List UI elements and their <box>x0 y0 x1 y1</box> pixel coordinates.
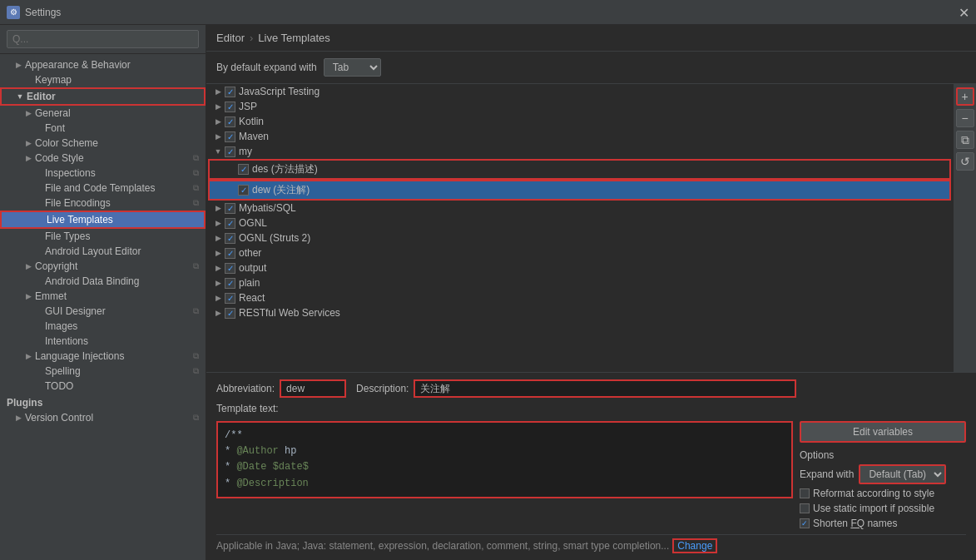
group-restful[interactable]: ▶ ✓ RESTful Web Services <box>206 305 953 320</box>
description-input[interactable] <box>414 379 796 398</box>
group-jsp[interactable]: ▶ ✓ JSP <box>206 99 953 114</box>
description-label: Description: <box>356 383 409 394</box>
sidebar-tree: ▶ Appearance & Behavior Keymap ▼ Editor … <box>0 54 206 560</box>
checkbox-restful[interactable]: ✓ <box>225 308 235 319</box>
add-button[interactable]: + <box>956 87 974 106</box>
expand-select[interactable]: Tab Enter Space <box>324 58 381 77</box>
checkbox-react[interactable]: ✓ <box>225 293 235 304</box>
checkbox-other[interactable]: ✓ <box>225 248 235 259</box>
right-toolbar: + − ⧉ ↺ <box>953 84 976 372</box>
staticimport-checkbox[interactable] <box>800 503 810 513</box>
group-kotlin[interactable]: ▶ ✓ Kotlin <box>206 114 953 129</box>
template-editor[interactable]: /** * @Author hp * @Date $date$ * @Descr… <box>216 421 793 498</box>
arrow-icon: ▶ <box>213 87 223 96</box>
arrow-icon: ▶ <box>213 249 223 257</box>
expand-with-select[interactable]: Default (Tab) Tab Enter Space <box>859 464 946 484</box>
change-button[interactable]: Change <box>672 538 717 553</box>
checkbox-des[interactable]: ✓ <box>238 164 249 175</box>
sidebar-item-editor[interactable]: ▼ Editor <box>0 87 206 106</box>
sidebar-item-label: Version Control <box>25 412 93 424</box>
group-output[interactable]: ▶ ✓ output <box>206 260 953 275</box>
applicable-row: Applicable in Java; Java: statement, exp… <box>216 534 966 553</box>
group-label: other <box>239 247 261 259</box>
checkbox-jsp[interactable]: ✓ <box>225 102 235 112</box>
close-button[interactable]: ✕ <box>959 4 969 20</box>
sidebar-item-label: Intentions <box>45 335 88 347</box>
sidebar-item-inspections[interactable]: Inspections ⧉ <box>0 166 206 181</box>
sidebar-item-copyright[interactable]: ▶ Copyright ⧉ <box>0 259 206 274</box>
sidebar-item-todo[interactable]: TODO <box>0 379 206 394</box>
revert-button[interactable]: ↺ <box>956 152 974 171</box>
sidebar-item-language-injections[interactable]: ▶ Language Injections ⧉ <box>0 349 206 364</box>
checkbox-dew[interactable]: ✓ <box>238 185 249 196</box>
sidebar-item-label: Appearance & Behavior <box>25 59 131 71</box>
breadcrumb-separator: › <box>250 32 253 44</box>
checkbox-mybatis[interactable]: ✓ <box>225 203 235 214</box>
group-ognl[interactable]: ▶ ✓ OGNL <box>206 216 953 230</box>
search-input[interactable] <box>7 30 199 48</box>
group-mybatis[interactable]: ▶ ✓ Mybatis/SQL <box>206 201 953 216</box>
sidebar-item-color-scheme[interactable]: ▶ Color Scheme <box>0 136 206 151</box>
sidebar-item-label: Copyright <box>35 260 77 272</box>
group-react[interactable]: ▶ ✓ React <box>206 290 953 305</box>
window-title: Settings <box>25 7 61 18</box>
sidebar-item-file-code-templates[interactable]: File and Code Templates ⧉ <box>0 181 206 196</box>
sidebar-item-appearance[interactable]: ▶ Appearance & Behavior <box>0 57 206 72</box>
sidebar-item-images[interactable]: Images <box>0 319 206 334</box>
item-dew[interactable]: ✓ dew (关注解) <box>208 180 951 201</box>
group-other[interactable]: ▶ ✓ other <box>206 245 953 260</box>
abbreviation-input[interactable] <box>280 379 346 398</box>
expand-with-label: Expand with <box>800 468 854 480</box>
search-box <box>0 25 206 54</box>
arrow-icon <box>33 366 43 376</box>
sidebar-item-spelling[interactable]: Spelling ⧉ <box>0 364 206 379</box>
sidebar-item-font[interactable]: Font <box>0 121 206 136</box>
edit-variables-button[interactable]: Edit variables <box>800 421 966 443</box>
reformat-checkbox[interactable] <box>800 488 810 498</box>
remove-button[interactable]: − <box>956 109 974 127</box>
group-label: OGNL (Struts 2) <box>239 232 310 244</box>
sidebar-item-gui-designer[interactable]: GUI Designer ⧉ <box>0 304 206 319</box>
sidebar-item-intentions[interactable]: Intentions <box>0 334 206 349</box>
sidebar-item-emmet[interactable]: ▶ Emmet <box>0 289 206 304</box>
checkbox-output[interactable]: ✓ <box>225 263 235 274</box>
sidebar-item-file-encodings[interactable]: File Encodings ⧉ <box>0 196 206 211</box>
sidebar-item-general[interactable]: ▶ General <box>0 106 206 121</box>
checkbox-maven[interactable]: ✓ <box>225 131 235 142</box>
group-ognl-struts2[interactable]: ▶ ✓ OGNL (Struts 2) <box>206 230 953 245</box>
copy-button[interactable]: ⧉ <box>956 131 974 149</box>
sidebar-item-keymap[interactable]: Keymap <box>0 72 206 87</box>
sidebar-item-live-templates[interactable]: Live Templates <box>0 211 206 229</box>
sidebar-item-version-control[interactable]: ▶ Version Control ⧉ <box>0 410 206 425</box>
shortenfq-checkbox[interactable]: ✓ <box>800 518 810 528</box>
group-my[interactable]: ▼ ✓ my <box>206 144 953 159</box>
template-line-1: /** <box>225 428 785 444</box>
checkbox-ognl-struts2[interactable]: ✓ <box>225 233 235 244</box>
expand-with-row: Expand with Default (Tab) Tab Enter Spac… <box>800 464 966 484</box>
template-text-label: Template text: <box>216 403 966 414</box>
sidebar-item-file-types[interactable]: File Types <box>0 229 206 244</box>
item-des[interactable]: ✓ des (方法描述) <box>208 159 951 180</box>
sidebar-item-label: Color Scheme <box>35 137 98 149</box>
sidebar-item-android-layout[interactable]: Android Layout Editor <box>0 244 206 259</box>
arrow-icon: ▶ <box>213 234 223 242</box>
sidebar-item-code-style[interactable]: ▶ Code Style ⧉ <box>0 151 206 166</box>
checkbox-plain[interactable]: ✓ <box>225 278 235 289</box>
sidebar-item-android-databinding[interactable]: Android Data Binding <box>0 274 206 289</box>
checkbox-kotlin[interactable]: ✓ <box>225 116 235 127</box>
group-plain[interactable]: ▶ ✓ plain <box>206 275 953 290</box>
sidebar-item-label: Emmet <box>35 290 67 302</box>
checkbox-my[interactable]: ✓ <box>225 146 235 157</box>
copy-icon: ⧉ <box>193 168 199 178</box>
arrow-icon: ▶ <box>23 108 33 118</box>
arrow-icon <box>33 123 43 133</box>
checkbox-shortenfq: ✓ Shorten FQ names <box>800 518 966 529</box>
copy-icon: ⧉ <box>193 198 199 208</box>
arrow-icon: ▶ <box>213 219 223 227</box>
arrow-icon: ▶ <box>213 264 223 272</box>
group-label: Kotlin <box>239 116 264 127</box>
checkbox-javascript-testing[interactable]: ✓ <box>225 87 235 97</box>
checkbox-ognl[interactable]: ✓ <box>225 218 235 229</box>
group-javascript-testing[interactable]: ▶ ✓ JavaScript Testing <box>206 84 953 99</box>
group-maven[interactable]: ▶ ✓ Maven <box>206 129 953 144</box>
